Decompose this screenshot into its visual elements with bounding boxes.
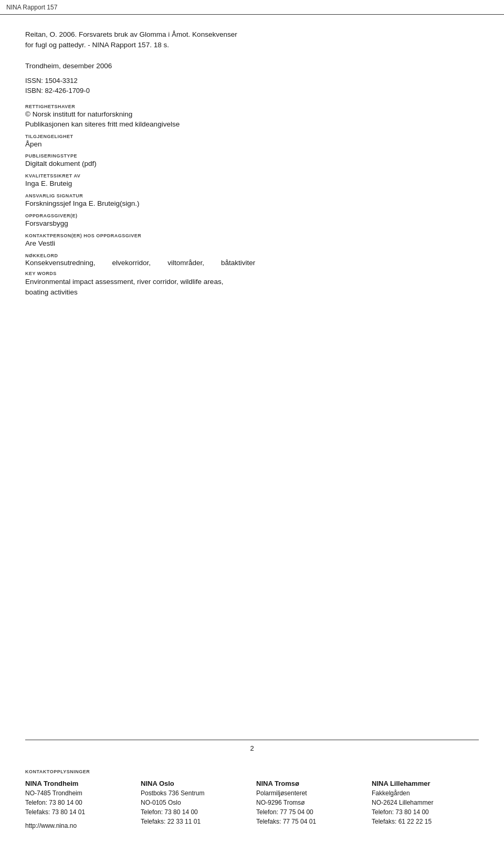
nokkelord-values: Konsekvensutredning, elvekorridor, vilto… <box>25 259 479 267</box>
tromso-fax: Telefaks: 77 75 04 01 <box>256 817 363 826</box>
oslo-city: NO-0105 Oslo <box>141 798 248 807</box>
page-number: 2 <box>0 740 504 759</box>
key-words-block: Environmental impact assessment, river c… <box>25 277 479 298</box>
kvalitetssikret-value: Inga E. Bruteig <box>25 180 72 187</box>
header-title: NINA Rapport 157 <box>6 4 57 11</box>
oppdragsgiver-section: OPPDRAGSGIVER(E) Forsvarsbygg <box>25 213 479 229</box>
tilgjengelighet-section: TILGJENGELIGHET Åpen <box>25 134 479 150</box>
main-content: Reitan, O. 2006. Forsvarets bruk av Glom… <box>0 15 504 842</box>
oppdragsgiver-label: OPPDRAGSGIVER(E) <box>25 213 479 218</box>
location-date-block: Trondheim, desember 2006 <box>25 61 479 71</box>
intro-citation: Reitan, O. 2006. Forsvarets bruk av Glom… <box>25 29 479 51</box>
publikasjon-value: Publikasjonen kan siteres fritt med kild… <box>25 120 180 128</box>
key-words-line1: Environmental impact assessment, river c… <box>25 278 223 286</box>
contacts-label: KONTAKTOPPLYSNINGER <box>25 769 479 774</box>
tromso-phone: Telefon: 77 75 04 00 <box>256 807 363 817</box>
header-bar: NINA Rapport 157 <box>0 0 504 15</box>
ansvarlig-section: ANSVARLIG SIGNATUR Forskningssjef Inga E… <box>25 193 479 209</box>
trondheim-phone: Telefon: 73 80 14 00 <box>25 798 132 807</box>
publiseringstype-value: Digitalt dokument (pdf) <box>25 160 97 167</box>
oslo-name: NINA Oslo <box>141 778 248 789</box>
nokkelord-val-2: viltområder, <box>167 259 204 267</box>
lillehammer-address: Fakkelgården <box>372 788 479 798</box>
trondheim-fax: Telefaks: 73 80 14 01 <box>25 807 132 817</box>
tromso-name: NINA Tromsø <box>256 778 363 789</box>
publiseringstype-section: PUBLISERINGSTYPE Digitalt dokument (pdf) <box>25 153 479 169</box>
oslo-address: Postboks 736 Sentrum <box>141 788 248 798</box>
kvalitetssikret-section: KVALITETSSIKRET AV Inga E. Bruteig <box>25 173 479 189</box>
kontaktperson-section: KONTAKTPERSON(ER) HOS OPPDRAGSGIVER Are … <box>25 233 479 249</box>
tilgjengelighet-value: Åpen <box>25 140 42 148</box>
offices-grid: NINA Trondheim NO-7485 Trondheim Telefon… <box>25 778 479 830</box>
tromso-city: NO-9296 Tromsø <box>256 798 363 807</box>
nokkelord-val-0: Konsekvensutredning, <box>25 259 96 267</box>
kontaktperson-label: KONTAKTPERSON(ER) HOS OPPDRAGSGIVER <box>25 233 479 238</box>
publiseringstype-label: PUBLISERINGSTYPE <box>25 153 479 159</box>
office-lillehammer: NINA Lillehammer Fakkelgården NO-2624 Li… <box>372 778 479 830</box>
office-oslo: NINA Oslo Postboks 736 Sentrum NO-0105 O… <box>141 778 248 830</box>
nokkelord-val-1: elvekorridor, <box>112 259 151 267</box>
rettighetshaver-section: RETTIGHETSHAVER © Norsk institutt for na… <box>25 104 479 130</box>
isbn-value: ISBN: 82-426-1709-0 <box>25 87 90 94</box>
trondheim-block: NINA Trondheim NO-7485 Trondheim Telefon… <box>25 778 132 817</box>
lillehammer-fax: Telefaks: 61 22 22 15 <box>372 817 479 826</box>
footer-contacts: KONTAKTOPPLYSNINGER NINA Trondheim NO-74… <box>0 759 504 843</box>
tilgjengelighet-label: TILGJENGELIGHET <box>25 134 479 139</box>
intro-line2: for fugl og pattedyr. - NINA Rapport 157… <box>25 40 479 50</box>
oslo-fax: Telefaks: 22 33 11 01 <box>141 817 248 826</box>
key-words-label: KEY WORDS <box>25 271 479 276</box>
rettighetshaver-value: © Norsk institutt for naturforskning <box>25 110 132 118</box>
key-words-section: KEY WORDS Environmental impact assessmen… <box>25 271 479 298</box>
tromso-address: Polarmiljøsenteret <box>256 788 363 798</box>
trondheim-address: NO-7485 Trondheim <box>25 788 132 798</box>
issn-isbn-block: ISSN: 1504-3312 ISBN: 82-426-1709-0 <box>25 76 479 95</box>
kontaktperson-value: Are Vestli <box>25 239 55 247</box>
issn-value: ISSN: 1504-3312 <box>25 77 78 85</box>
lillehammer-phone: Telefon: 73 80 14 00 <box>372 807 479 817</box>
nokkelord-section: NØKKELORD Konsekvensutredning, elvekorri… <box>25 253 479 267</box>
location-date-value: Trondheim, desember 2006 <box>25 62 112 70</box>
office-tromso: NINA Tromsø Polarmiljøsenteret NO-9296 T… <box>256 778 363 830</box>
office-trondheim: NINA Trondheim NO-7485 Trondheim Telefon… <box>25 778 132 830</box>
website-block: http://www.nina.no <box>25 822 132 829</box>
ansvarlig-label: ANSVARLIG SIGNATUR <box>25 193 479 198</box>
nokkelord-val-3: båtaktiviter <box>221 259 255 267</box>
nokkelord-label: NØKKELORD <box>25 253 479 258</box>
oslo-phone: Telefon: 73 80 14 00 <box>141 807 248 817</box>
lillehammer-city: NO-2624 Lillehammer <box>372 798 479 807</box>
ansvarlig-value: Forskningssjef Inga E. Bruteig(sign.) <box>25 199 140 207</box>
oppdragsgiver-value: Forsvarsbygg <box>25 219 68 227</box>
kvalitetssikret-label: KVALITETSSIKRET AV <box>25 173 479 178</box>
lillehammer-name: NINA Lillehammer <box>372 778 479 789</box>
key-words-line2: boating activities <box>25 288 78 296</box>
intro-line1: Reitan, O. 2006. Forsvarets bruk av Glom… <box>25 29 479 40</box>
website-url: http://www.nina.no <box>25 822 132 829</box>
rettighetshaver-label: RETTIGHETSHAVER <box>25 104 479 109</box>
trondheim-name: NINA Trondheim <box>25 778 132 789</box>
footer-area: 2 KONTAKTOPPLYSNINGER NINA Trondheim NO-… <box>0 740 504 843</box>
